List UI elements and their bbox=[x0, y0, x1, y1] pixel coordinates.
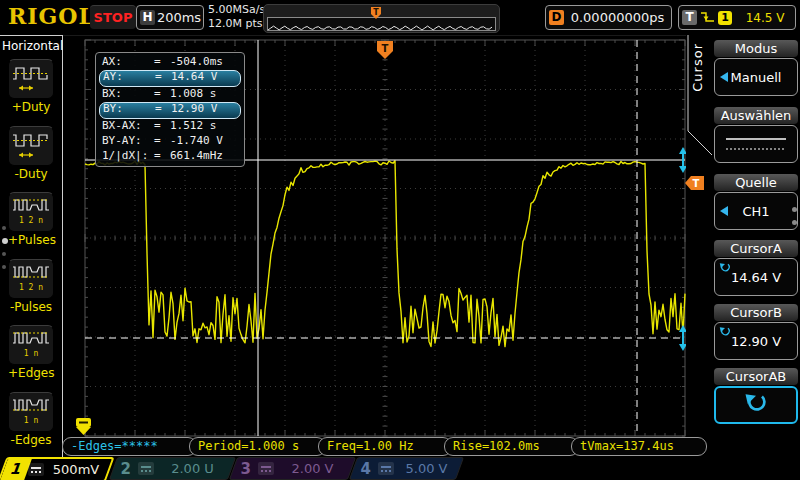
cursor-readout-row: 1/|dX|:=661.4mHz bbox=[99, 149, 241, 164]
h-badge: H bbox=[140, 10, 155, 25]
run-state-badge[interactable]: STOP bbox=[90, 5, 136, 29]
readout-value: 12.90 V bbox=[171, 103, 237, 118]
softkey-quelle[interactable]: CH1 bbox=[714, 192, 798, 230]
rotate-knob-icon bbox=[719, 326, 731, 341]
minus-duty-icon bbox=[8, 126, 54, 166]
waveform-record-preview[interactable]: T bbox=[263, 4, 500, 33]
delay-box[interactable]: D 0.00000000ps bbox=[545, 5, 672, 30]
d-badge: D bbox=[549, 10, 564, 25]
svg-text:1 2 n: 1 2 n bbox=[19, 283, 43, 292]
svg-text:T: T bbox=[382, 43, 389, 54]
plus-pulses-icon: 1 2 n bbox=[8, 192, 54, 232]
softkey-label-auswählen: Auswählen bbox=[714, 107, 798, 124]
trigger-level-marker[interactable]: T bbox=[684, 175, 705, 195]
readout-label: AX: bbox=[102, 55, 154, 70]
channel-scale: 500mV bbox=[44, 462, 108, 477]
menu-item-label: +Pulses bbox=[8, 233, 54, 247]
readout-label: BY: bbox=[103, 103, 155, 118]
minus-pulses-icon: 1 2 n bbox=[8, 259, 54, 299]
measurement-tvmax: tVmax=137.4us bbox=[571, 437, 707, 456]
softkey-label-quelle: Quelle bbox=[714, 174, 798, 191]
channel-2-status[interactable]: 22.00 U bbox=[109, 457, 236, 480]
readout-equals: = bbox=[154, 119, 170, 134]
cursor-readout-row: BY:=12.90 V bbox=[99, 102, 241, 119]
softkey-value: 12.90 V bbox=[731, 334, 781, 349]
menu-item-plusminus-edges[interactable]: 1 n+Edges bbox=[8, 325, 54, 380]
menu-item-label: +Duty bbox=[8, 100, 54, 114]
softkey-value: CH1 bbox=[742, 204, 769, 219]
readout-label: AY: bbox=[103, 71, 155, 86]
svg-text:T: T bbox=[373, 8, 379, 17]
channel-3-status[interactable]: 32.00 V bbox=[229, 457, 356, 480]
channel-1-status[interactable]: 1500mV bbox=[0, 457, 115, 480]
plus-duty-icon bbox=[8, 59, 54, 99]
softkey-modus[interactable]: Manuell bbox=[714, 58, 798, 96]
menu-page-dot bbox=[792, 207, 797, 212]
channel-number: 3 bbox=[234, 460, 258, 478]
minus-edges-icon: 1 n bbox=[8, 392, 54, 432]
trigger-box[interactable]: T 1 14.5 V bbox=[678, 5, 796, 30]
channel-scale: 2.00 U bbox=[154, 461, 231, 476]
menu-item-plusminus-pulses[interactable]: 1 2 n+Pulses bbox=[8, 192, 54, 247]
readout-equals: = bbox=[154, 87, 170, 102]
left-menu-title: Horizontal bbox=[2, 39, 63, 53]
cursor-readout-row: BY-AY:=-1.740 V bbox=[99, 134, 241, 149]
menu-scroll-dot bbox=[2, 252, 6, 256]
softkey-value: Manuell bbox=[731, 70, 782, 85]
t-badge: T bbox=[682, 10, 697, 25]
channel-scale: 5.00 V bbox=[394, 461, 459, 476]
acquisition-info: 5.00MSa/s 12.0M pts bbox=[208, 3, 265, 31]
softkey-cursora[interactable]: 14.64 V bbox=[714, 258, 798, 296]
readout-value: 1.512 s bbox=[170, 119, 238, 134]
menu-item-minus-duty[interactable]: -Duty bbox=[8, 126, 54, 181]
readout-equals: = bbox=[155, 103, 171, 118]
dc-coupling-icon bbox=[378, 462, 394, 475]
softkey-label-modus: Modus bbox=[714, 40, 798, 57]
readout-label: BY-AY: bbox=[102, 134, 154, 149]
menu-scroll-dot bbox=[2, 265, 6, 269]
menu-scroll-dot bbox=[2, 238, 8, 244]
channel-4-status[interactable]: 45.00 V bbox=[349, 457, 464, 480]
readout-equals: = bbox=[154, 134, 170, 149]
dc-coupling-icon bbox=[258, 462, 274, 475]
horizontal-timebase-box[interactable]: H 200ms bbox=[136, 5, 204, 30]
svg-text:T: T bbox=[693, 178, 700, 189]
trigger-source-badge: 1 bbox=[718, 11, 732, 25]
softkey-auswählen[interactable] bbox=[714, 125, 798, 163]
falling-edge-icon bbox=[700, 10, 715, 25]
menu-item-label: +Edges bbox=[8, 366, 54, 380]
readout-equals: = bbox=[155, 71, 171, 86]
trigger-level-value: 14.5 V bbox=[735, 11, 795, 25]
menu-item-minus-edges[interactable]: 1 n-Edges bbox=[8, 392, 54, 447]
dc-coupling-icon bbox=[138, 462, 154, 475]
cursor-readout-box: AX:=-504.0msAY:=14.64 VBX:=1.008 sBY:=12… bbox=[95, 52, 245, 167]
menu-page-dot bbox=[792, 220, 797, 225]
softkey-cursorab[interactable] bbox=[714, 386, 798, 424]
svg-text:1 n: 1 n bbox=[24, 416, 39, 425]
delay-value: 0.00000000ps bbox=[564, 10, 671, 25]
channel-number: 2 bbox=[114, 460, 138, 478]
svg-text:1 n: 1 n bbox=[24, 349, 39, 358]
menu-item-plusminus-duty[interactable]: +Duty bbox=[8, 59, 54, 114]
softkey-cursorb[interactable]: 12.90 V bbox=[714, 322, 798, 360]
channel-scale: 2.00 V bbox=[274, 461, 351, 476]
measurement-rise: Rise=102.0ms bbox=[444, 437, 579, 456]
line-style-icon bbox=[724, 134, 788, 154]
readout-label: BX: bbox=[102, 87, 154, 102]
readout-value: -504.0ms bbox=[170, 55, 238, 70]
menu-item-minus-pulses[interactable]: 1 2 n-Pulses bbox=[8, 259, 54, 314]
readout-value: -1.740 V bbox=[170, 134, 238, 149]
dc-coupling-icon bbox=[28, 463, 44, 476]
cursor-readout-row: BX-AX:=1.512 s bbox=[99, 119, 241, 134]
cursor-readout-row: BX:=1.008 s bbox=[99, 87, 241, 102]
menu-tab-cursor[interactable]: Cursor bbox=[690, 43, 705, 92]
cursor-readout-row: AY:=14.64 V bbox=[99, 70, 241, 87]
memory-depth: 12.0M pts bbox=[208, 17, 265, 31]
horizontal-measure-menu: Horizontal +Duty-Duty1 2 n+Pulses1 2 n-P… bbox=[0, 35, 63, 457]
measurement-freq: Freq=1.00 Hz bbox=[318, 437, 452, 456]
sample-rate: 5.00MSa/s bbox=[208, 3, 265, 17]
measurement-period: Period=1.000 s bbox=[189, 437, 326, 456]
plus-edges-icon: 1 n bbox=[8, 325, 54, 365]
svg-text:1 2 n: 1 2 n bbox=[19, 216, 43, 225]
softkey-label-cursora: CursorA bbox=[714, 240, 798, 257]
